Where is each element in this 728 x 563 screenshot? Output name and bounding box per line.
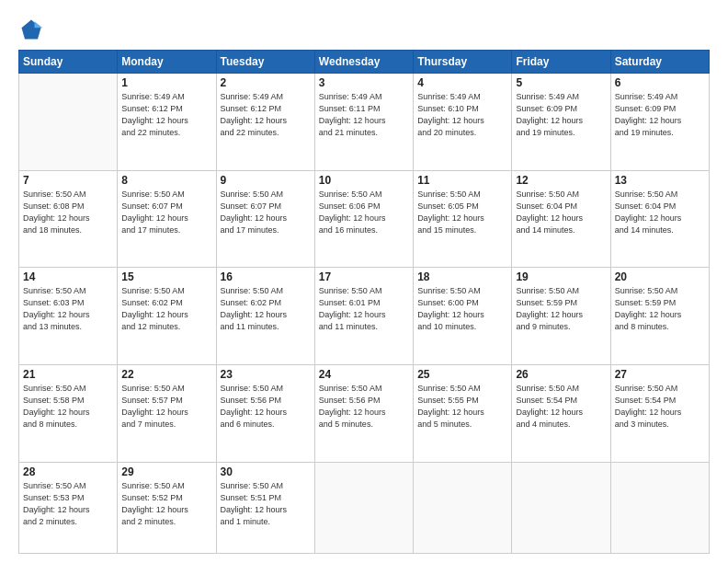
day-info: Sunrise: 5:49 AM Sunset: 6:12 PM Dayligh… xyxy=(121,91,211,139)
day-info: Sunrise: 5:50 AM Sunset: 6:04 PM Dayligh… xyxy=(615,189,705,236)
day-header-tuesday: Tuesday xyxy=(216,51,314,74)
calendar-cell: 24Sunrise: 5:50 AM Sunset: 5:56 PM Dayli… xyxy=(314,364,413,462)
calendar-cell: 18Sunrise: 5:50 AM Sunset: 6:00 PM Dayli… xyxy=(414,268,512,365)
calendar-cell: 9Sunrise: 5:50 AM Sunset: 6:07 PM Daylig… xyxy=(216,170,314,268)
day-info: Sunrise: 5:49 AM Sunset: 6:09 PM Dayligh… xyxy=(615,91,705,139)
day-info: Sunrise: 5:50 AM Sunset: 5:54 PM Dayligh… xyxy=(516,383,606,431)
day-info: Sunrise: 5:50 AM Sunset: 5:59 PM Dayligh… xyxy=(516,285,606,333)
calendar-cell: 30Sunrise: 5:50 AM Sunset: 5:51 PM Dayli… xyxy=(216,462,314,553)
calendar-cell: 7Sunrise: 5:50 AM Sunset: 6:08 PM Daylig… xyxy=(19,170,118,268)
day-info: Sunrise: 5:49 AM Sunset: 6:12 PM Dayligh… xyxy=(221,91,311,139)
day-info: Sunrise: 5:50 AM Sunset: 5:57 PM Dayligh… xyxy=(121,383,211,431)
day-number: 22 xyxy=(121,368,211,381)
day-info: Sunrise: 5:50 AM Sunset: 5:53 PM Dayligh… xyxy=(23,480,113,528)
calendar-cell: 11Sunrise: 5:50 AM Sunset: 6:05 PM Dayli… xyxy=(414,170,512,268)
day-info: Sunrise: 5:49 AM Sunset: 6:10 PM Dayligh… xyxy=(417,91,507,139)
calendar-week-2: 7Sunrise: 5:50 AM Sunset: 6:08 PM Daylig… xyxy=(19,170,710,268)
day-info: Sunrise: 5:50 AM Sunset: 6:07 PM Dayligh… xyxy=(121,189,211,236)
day-info: Sunrise: 5:49 AM Sunset: 6:09 PM Dayligh… xyxy=(516,91,606,139)
day-number: 8 xyxy=(121,174,211,187)
calendar-cell: 29Sunrise: 5:50 AM Sunset: 5:52 PM Dayli… xyxy=(118,462,216,553)
calendar-week-4: 21Sunrise: 5:50 AM Sunset: 5:58 PM Dayli… xyxy=(19,364,710,462)
calendar-cell: 25Sunrise: 5:50 AM Sunset: 5:55 PM Dayli… xyxy=(414,364,512,462)
calendar-cell: 19Sunrise: 5:50 AM Sunset: 5:59 PM Dayli… xyxy=(512,268,610,365)
day-info: Sunrise: 5:50 AM Sunset: 6:03 PM Dayligh… xyxy=(23,285,113,333)
calendar-cell: 6Sunrise: 5:49 AM Sunset: 6:09 PM Daylig… xyxy=(610,74,709,171)
calendar-week-5: 28Sunrise: 5:50 AM Sunset: 5:53 PM Dayli… xyxy=(19,462,710,553)
day-info: Sunrise: 5:50 AM Sunset: 6:01 PM Dayligh… xyxy=(319,285,409,333)
day-info: Sunrise: 5:50 AM Sunset: 5:56 PM Dayligh… xyxy=(221,383,311,431)
day-header-sunday: Sunday xyxy=(19,51,118,74)
day-info: Sunrise: 5:50 AM Sunset: 5:52 PM Dayligh… xyxy=(121,480,211,528)
day-number: 23 xyxy=(221,368,311,381)
day-number: 26 xyxy=(516,368,606,381)
calendar-week-3: 14Sunrise: 5:50 AM Sunset: 6:03 PM Dayli… xyxy=(19,268,710,365)
day-number: 24 xyxy=(319,368,409,381)
day-number: 3 xyxy=(319,76,409,89)
day-info: Sunrise: 5:50 AM Sunset: 5:58 PM Dayligh… xyxy=(23,383,113,431)
calendar-header-row: SundayMondayTuesdayWednesdayThursdayFrid… xyxy=(19,51,710,74)
day-info: Sunrise: 5:50 AM Sunset: 5:59 PM Dayligh… xyxy=(615,285,705,333)
day-number: 10 xyxy=(319,174,409,187)
day-info: Sunrise: 5:50 AM Sunset: 6:05 PM Dayligh… xyxy=(417,189,507,236)
day-info: Sunrise: 5:50 AM Sunset: 5:51 PM Dayligh… xyxy=(221,480,311,528)
day-number: 18 xyxy=(417,270,507,283)
day-number: 4 xyxy=(417,76,507,89)
page: SundayMondayTuesdayWednesdayThursdayFrid… xyxy=(0,0,728,563)
calendar-cell: 22Sunrise: 5:50 AM Sunset: 5:57 PM Dayli… xyxy=(118,364,216,462)
day-number: 12 xyxy=(516,174,606,187)
day-info: Sunrise: 5:50 AM Sunset: 6:00 PM Dayligh… xyxy=(417,285,507,333)
calendar-cell xyxy=(512,462,610,553)
day-number: 6 xyxy=(615,76,705,89)
day-info: Sunrise: 5:50 AM Sunset: 6:04 PM Dayligh… xyxy=(516,189,606,236)
calendar-cell: 26Sunrise: 5:50 AM Sunset: 5:54 PM Dayli… xyxy=(512,364,610,462)
day-info: Sunrise: 5:50 AM Sunset: 5:55 PM Dayligh… xyxy=(417,383,507,431)
day-header-saturday: Saturday xyxy=(610,51,709,74)
calendar-cell: 27Sunrise: 5:50 AM Sunset: 5:54 PM Dayli… xyxy=(610,364,709,462)
header xyxy=(18,17,710,42)
day-number: 28 xyxy=(23,465,113,478)
calendar-cell: 8Sunrise: 5:50 AM Sunset: 6:07 PM Daylig… xyxy=(118,170,216,268)
day-number: 1 xyxy=(121,76,211,89)
calendar-cell: 4Sunrise: 5:49 AM Sunset: 6:10 PM Daylig… xyxy=(414,74,512,171)
calendar-cell xyxy=(19,74,118,171)
day-header-wednesday: Wednesday xyxy=(314,51,413,74)
day-number: 9 xyxy=(221,174,311,187)
calendar-cell: 16Sunrise: 5:50 AM Sunset: 6:02 PM Dayli… xyxy=(216,268,314,365)
calendar-cell xyxy=(610,462,709,553)
day-number: 27 xyxy=(615,368,705,381)
day-number: 20 xyxy=(615,270,705,283)
day-info: Sunrise: 5:50 AM Sunset: 6:07 PM Dayligh… xyxy=(221,189,311,236)
day-info: Sunrise: 5:50 AM Sunset: 5:54 PM Dayligh… xyxy=(615,383,705,431)
day-number: 30 xyxy=(221,465,311,478)
calendar-cell: 21Sunrise: 5:50 AM Sunset: 5:58 PM Dayli… xyxy=(19,364,118,462)
calendar-cell: 2Sunrise: 5:49 AM Sunset: 6:12 PM Daylig… xyxy=(216,74,314,171)
calendar-cell: 3Sunrise: 5:49 AM Sunset: 6:11 PM Daylig… xyxy=(314,74,413,171)
day-number: 25 xyxy=(417,368,507,381)
day-number: 16 xyxy=(221,270,311,283)
calendar-week-1: 1Sunrise: 5:49 AM Sunset: 6:12 PM Daylig… xyxy=(19,74,710,171)
day-number: 5 xyxy=(516,76,606,89)
calendar-cell: 23Sunrise: 5:50 AM Sunset: 5:56 PM Dayli… xyxy=(216,364,314,462)
svg-marker-0 xyxy=(22,20,41,40)
day-number: 21 xyxy=(23,368,113,381)
day-number: 19 xyxy=(516,270,606,283)
calendar-cell xyxy=(314,462,413,553)
day-info: Sunrise: 5:50 AM Sunset: 6:02 PM Dayligh… xyxy=(221,285,311,333)
calendar-table: SundayMondayTuesdayWednesdayThursdayFrid… xyxy=(18,50,710,554)
calendar-cell: 5Sunrise: 5:49 AM Sunset: 6:09 PM Daylig… xyxy=(512,74,610,171)
day-number: 7 xyxy=(23,174,113,187)
calendar-cell: 13Sunrise: 5:50 AM Sunset: 6:04 PM Dayli… xyxy=(610,170,709,268)
calendar-cell: 28Sunrise: 5:50 AM Sunset: 5:53 PM Dayli… xyxy=(19,462,118,553)
calendar-cell: 15Sunrise: 5:50 AM Sunset: 6:02 PM Dayli… xyxy=(118,268,216,365)
calendar-cell: 10Sunrise: 5:50 AM Sunset: 6:06 PM Dayli… xyxy=(314,170,413,268)
day-number: 2 xyxy=(221,76,311,89)
day-header-thursday: Thursday xyxy=(414,51,512,74)
day-number: 13 xyxy=(615,174,705,187)
calendar-cell: 12Sunrise: 5:50 AM Sunset: 6:04 PM Dayli… xyxy=(512,170,610,268)
svg-marker-1 xyxy=(35,21,43,28)
logo-icon xyxy=(18,17,44,42)
calendar-cell: 17Sunrise: 5:50 AM Sunset: 6:01 PM Dayli… xyxy=(314,268,413,365)
day-info: Sunrise: 5:50 AM Sunset: 6:02 PM Dayligh… xyxy=(121,285,211,333)
calendar-cell xyxy=(414,462,512,553)
